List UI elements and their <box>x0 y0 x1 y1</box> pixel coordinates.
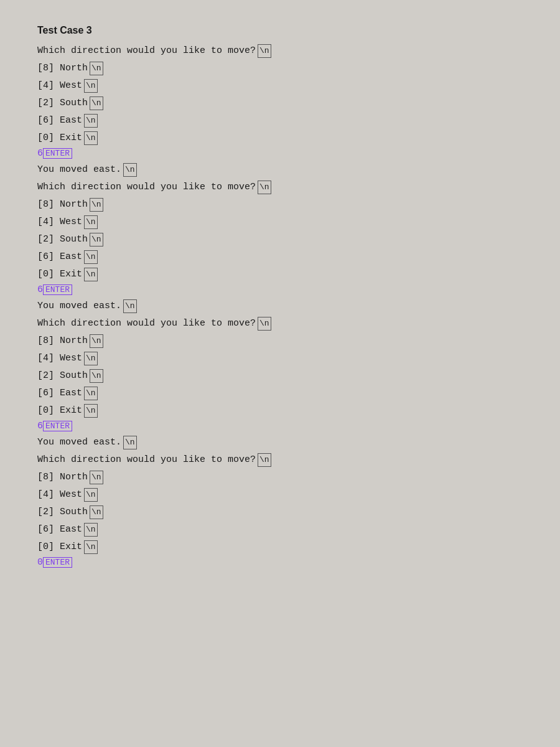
newline-tag: \n <box>84 523 98 537</box>
newline-tag: \n <box>258 181 271 195</box>
newline-tag: \n <box>84 79 98 93</box>
option-west-1: [4] West \n <box>37 78 523 93</box>
newline-tag: \n <box>258 453 271 467</box>
option-text: [2] South <box>37 505 88 520</box>
option-text: [0] Exit <box>37 267 82 282</box>
response-text-2: You moved east. <box>37 299 121 314</box>
prompt-line-1: Which direction would you like to move? … <box>37 44 523 59</box>
newline-tag: \n <box>84 387 98 401</box>
option-north-2: [8] North \n <box>37 197 523 212</box>
prompt-text-4: Which direction would you like to move? <box>37 453 256 467</box>
enter-line-4: 0 ENTER <box>37 557 523 568</box>
newline-tag: \n <box>258 44 271 59</box>
option-text: [0] Exit <box>37 540 82 555</box>
prompt-text-2: Which direction would you like to move? <box>37 180 256 195</box>
newline-tag: \n <box>90 471 103 485</box>
option-text: [6] East <box>37 250 82 265</box>
option-west-2: [4] West \n <box>37 215 523 230</box>
enter-tag-2: ENTER <box>43 284 72 295</box>
newline-tag: \n <box>90 334 103 349</box>
newline-tag: \n <box>90 198 103 212</box>
option-text: [0] Exit <box>37 403 82 418</box>
newline-tag: \n <box>123 163 137 177</box>
newline-tag: \n <box>258 317 271 331</box>
newline-tag: \n <box>90 233 103 247</box>
newline-tag: \n <box>90 505 103 520</box>
option-text: [2] South <box>37 369 88 383</box>
input-number-3: 6 <box>37 421 43 431</box>
prompt-line-4: Which direction would you like to move? … <box>37 453 523 467</box>
response-text-3: You moved east. <box>37 435 121 450</box>
response-line-1: You moved east. \n <box>37 162 523 177</box>
enter-tag-4: ENTER <box>43 557 72 568</box>
section-title: Test Case 3 <box>37 25 523 36</box>
newline-tag: \n <box>84 131 98 146</box>
enter-tag-1: ENTER <box>43 148 72 159</box>
option-text: [8] North <box>37 61 88 76</box>
prompt-text-1: Which direction would you like to move? <box>37 44 256 59</box>
option-text: [4] West <box>37 215 82 230</box>
newline-tag: \n <box>90 369 103 383</box>
option-south-3: [2] South \n <box>37 369 523 383</box>
option-west-4: [4] West \n <box>37 487 523 502</box>
option-north-4: [8] North \n <box>37 470 523 485</box>
option-exit-3: [0] Exit \n <box>37 403 523 418</box>
option-text: [4] West <box>37 78 82 93</box>
option-text: [6] East <box>37 386 82 401</box>
option-text: [0] Exit <box>37 131 82 146</box>
newline-tag: \n <box>84 540 98 555</box>
newline-tag: \n <box>84 250 98 265</box>
newline-tag: \n <box>84 404 98 418</box>
newline-tag: \n <box>90 62 103 76</box>
option-text: [6] East <box>37 522 82 537</box>
newline-tag: \n <box>90 96 103 111</box>
prompt-line-2: Which direction would you like to move? … <box>37 180 523 195</box>
option-text: [8] North <box>37 334 88 349</box>
option-north-3: [8] North \n <box>37 334 523 349</box>
option-text: [6] East <box>37 113 82 128</box>
enter-tag-3: ENTER <box>43 421 72 431</box>
newline-tag: \n <box>123 299 137 314</box>
input-number-1: 6 <box>37 148 43 159</box>
option-exit-2: [0] Exit \n <box>37 267 523 282</box>
prompt-line-3: Which direction would you like to move? … <box>37 316 523 331</box>
enter-line-3: 6 ENTER <box>37 421 523 431</box>
option-text: [4] West <box>37 487 82 502</box>
option-east-3: [6] East \n <box>37 386 523 401</box>
response-line-2: You moved east. \n <box>37 299 523 314</box>
option-north-1: [8] North \n <box>37 61 523 76</box>
newline-tag: \n <box>84 352 98 366</box>
option-east-4: [6] East \n <box>37 522 523 537</box>
option-text: [4] West <box>37 351 82 366</box>
block-2: Which direction would you like to move? … <box>37 180 523 314</box>
prompt-text-3: Which direction would you like to move? <box>37 316 256 331</box>
enter-line-1: 6 ENTER <box>37 148 523 159</box>
option-text: [2] South <box>37 96 88 111</box>
option-text: [2] South <box>37 232 88 247</box>
block-4: Which direction would you like to move? … <box>37 453 523 568</box>
option-south-4: [2] South \n <box>37 505 523 520</box>
newline-tag: \n <box>123 436 137 450</box>
newline-tag: \n <box>84 215 98 230</box>
option-west-3: [4] West \n <box>37 351 523 366</box>
newline-tag: \n <box>84 488 98 502</box>
option-south-2: [2] South \n <box>37 232 523 247</box>
block-3: Which direction would you like to move? … <box>37 316 523 450</box>
response-text-1: You moved east. <box>37 162 121 177</box>
response-line-3: You moved east. \n <box>37 435 523 450</box>
option-east-2: [6] East \n <box>37 250 523 265</box>
option-east-1: [6] East \n <box>37 113 523 128</box>
input-number-2: 6 <box>37 284 43 295</box>
block-1: Which direction would you like to move? … <box>37 44 523 177</box>
newline-tag: \n <box>84 268 98 282</box>
newline-tag: \n <box>84 114 98 128</box>
option-text: [8] North <box>37 470 88 485</box>
option-text: [8] North <box>37 197 88 212</box>
input-number-4: 0 <box>37 557 43 568</box>
option-exit-4: [0] Exit \n <box>37 540 523 555</box>
main-content: Test Case 3 Which direction would you li… <box>37 19 523 578</box>
option-south-1: [2] South \n <box>37 96 523 111</box>
option-exit-1: [0] Exit \n <box>37 131 523 146</box>
enter-line-2: 6 ENTER <box>37 284 523 295</box>
